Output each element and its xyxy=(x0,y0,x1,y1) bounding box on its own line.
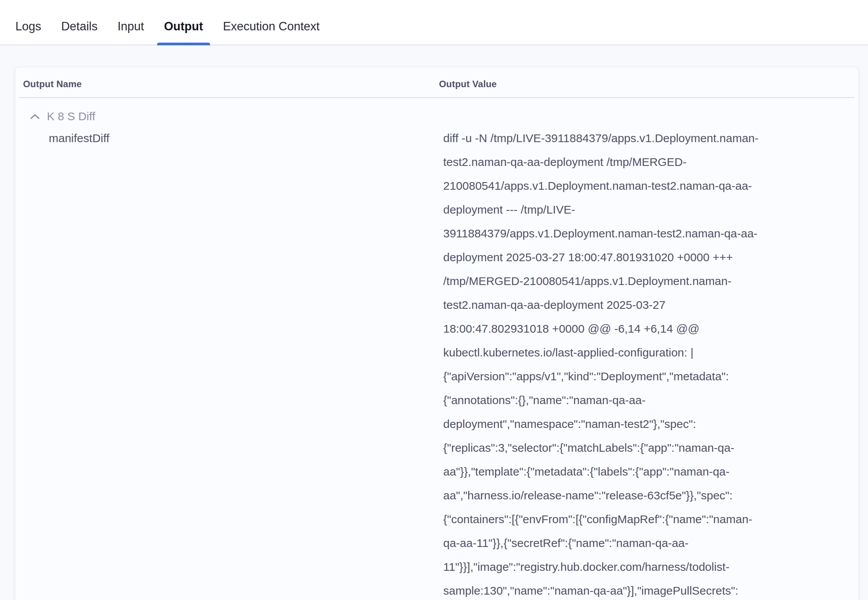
output-name-cell: manifestDiff xyxy=(49,132,109,145)
output-value-line: {"containers":[{"envFrom":[{"configMapRe… xyxy=(443,507,804,531)
output-value-line: 18:00:47.802931018 +0000 @@ -6,14 +6,14 … xyxy=(443,317,804,341)
output-value-line: {"replicas":3,"selector":{"matchLabels":… xyxy=(443,436,804,460)
output-value-line: {"apiVersion":"apps/v1","kind":"Deployme… xyxy=(443,365,804,388)
output-value-line: 11"}}],"image":"registry.hub.docker.com/… xyxy=(443,555,804,579)
output-group-label: K 8 S Diff xyxy=(47,110,95,123)
output-value-line: deployment 2025-03-27 18:00:47.801931020… xyxy=(443,245,804,269)
output-value-line: /tmp/MERGED-210080541/apps.v1.Deployment… xyxy=(443,269,804,293)
output-value-line: qa-aa-11"}},{"secretRef":{"name":"naman-… xyxy=(443,531,804,555)
header-divider xyxy=(19,97,855,98)
tab-execution-context-label: Execution Context xyxy=(223,20,320,33)
output-value-line: {"annotations":{},"name":"naman-qa-aa- xyxy=(443,388,804,412)
output-value-line: kubectl.kubernetes.io/last-applied-confi… xyxy=(443,341,804,365)
output-value-line: diff -u -N /tmp/LIVE-3911884379/apps.v1.… xyxy=(443,126,804,150)
output-group-row-k8s-diff[interactable]: K 8 S Diff xyxy=(15,106,858,127)
output-value-line: aa"}},"template":{"metadata":{"labels":{… xyxy=(443,460,804,484)
tab-output[interactable]: Output xyxy=(157,20,210,45)
output-value-cell: diff -u -N /tmp/LIVE-3911884379/apps.v1.… xyxy=(443,126,804,600)
output-value-line: aa","harness.io/release-name":"release-6… xyxy=(443,484,804,507)
output-value-line: deployment","namespace":"naman-test2"},"… xyxy=(443,412,804,436)
output-value-line: 210080541/apps.v1.Deployment.naman-test2… xyxy=(443,174,804,198)
column-header-output-value: Output Value xyxy=(439,79,497,90)
output-value-line: test2.naman-qa-aa-deployment 2025-03-27 xyxy=(443,293,804,317)
tab-details-label: Details xyxy=(61,20,98,33)
tab-execution-context[interactable]: Execution Context xyxy=(216,20,327,45)
tab-input[interactable]: Input xyxy=(111,20,151,45)
tab-input-label: Input xyxy=(118,20,144,33)
tab-output-label: Output xyxy=(164,20,203,33)
detail-tabs: Logs Details Input Output Execution Cont… xyxy=(0,0,868,45)
output-value-line: sample:130","name":"naman-qa-aa"}],"imag… xyxy=(443,579,804,600)
output-value-line: test2.naman-qa-aa-deployment /tmp/MERGED… xyxy=(443,150,804,174)
active-tab-underline xyxy=(157,43,210,45)
tab-logs[interactable]: Logs xyxy=(8,20,48,45)
output-value-line: 3911884379/apps.v1.Deployment.naman-test… xyxy=(443,222,804,245)
chevron-up-icon[interactable] xyxy=(30,113,40,119)
output-table-header: Output Name Output Value xyxy=(15,67,858,97)
output-value-line: deployment --- /tmp/LIVE- xyxy=(443,198,804,222)
output-table-card: Output Name Output Value K 8 S Diff mani… xyxy=(15,67,858,600)
tab-details[interactable]: Details xyxy=(54,20,104,45)
column-header-output-name: Output Name xyxy=(23,79,82,90)
tab-logs-label: Logs xyxy=(15,20,41,33)
